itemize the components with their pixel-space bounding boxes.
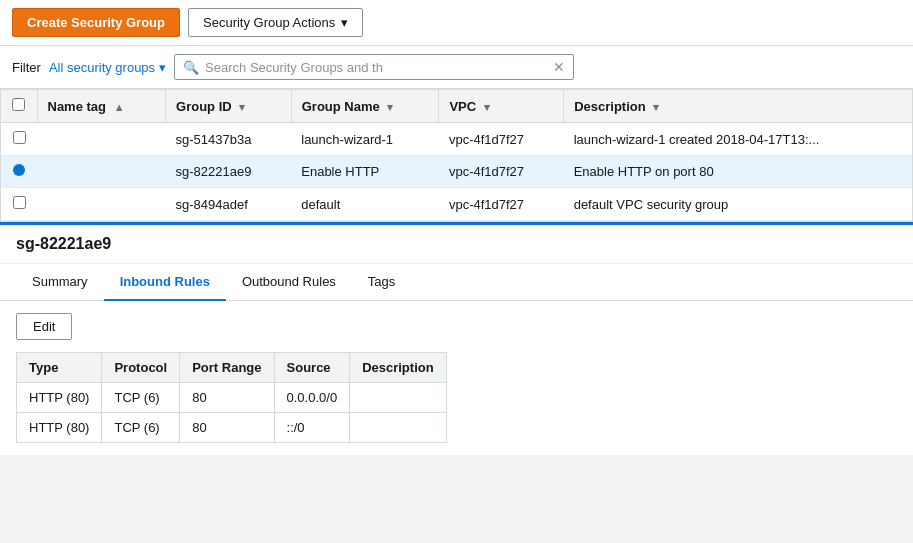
- edit-rules-button[interactable]: Edit: [16, 313, 72, 340]
- cell-vpc: vpc-4f1d7f27: [439, 123, 564, 156]
- actions-chevron-icon: ▾: [341, 15, 348, 30]
- rule-cell-description: [350, 413, 447, 443]
- cell-group-name: launch-wizard-1: [291, 123, 439, 156]
- rule-cell-type: HTTP (80): [17, 413, 102, 443]
- row-selected-indicator: [13, 164, 25, 176]
- tab-summary-label: Summary: [32, 274, 88, 289]
- tab-outbound-rules[interactable]: Outbound Rules: [226, 264, 352, 301]
- col-header-group-id[interactable]: Group ID ▾: [166, 90, 292, 123]
- security-groups-table-container: Name tag ▲ Group ID ▾ Group Name ▾ VPC ▾…: [0, 89, 913, 222]
- col-group-name-filter-icon: ▾: [387, 101, 393, 113]
- detail-panel: sg-82221ae9 Summary Inbound Rules Outbou…: [0, 222, 913, 455]
- cell-description: Enable HTTP on port 80: [564, 156, 912, 188]
- cell-group-id: sg-8494adef: [166, 188, 292, 221]
- col-header-description[interactable]: Description ▾: [564, 90, 912, 123]
- col-group-id-label: Group ID: [176, 99, 232, 114]
- cell-group-name: default: [291, 188, 439, 221]
- col-group-name-label: Group Name: [302, 99, 380, 114]
- rules-container: Edit Type Protocol Port Range Source: [0, 301, 913, 455]
- search-clear-button[interactable]: ✕: [553, 59, 565, 75]
- toolbar: Create Security Group Security Group Act…: [0, 0, 913, 46]
- rules-body: HTTP (80)TCP (6)800.0.0.0/0HTTP (80)TCP …: [17, 383, 447, 443]
- filter-dropdown-label: All security groups: [49, 60, 155, 75]
- rules-col-source: Source: [274, 353, 350, 383]
- filter-label: Filter: [12, 60, 41, 75]
- row-checkbox-cell: [1, 188, 37, 221]
- cell-name-tag: [37, 188, 166, 221]
- rule-cell-description: [350, 383, 447, 413]
- tabs-container: Summary Inbound Rules Outbound Rules Tag…: [0, 264, 913, 301]
- search-icon: 🔍: [183, 60, 199, 75]
- row-checkbox[interactable]: [13, 196, 26, 209]
- cell-name-tag: [37, 156, 166, 188]
- table-row[interactable]: sg-8494adefdefaultvpc-4f1d7f27default VP…: [1, 188, 912, 221]
- detail-group-id: sg-82221ae9: [16, 235, 111, 252]
- tab-inbound-rules[interactable]: Inbound Rules: [104, 264, 226, 301]
- filter-dropdown-button[interactable]: All security groups ▾: [49, 60, 166, 75]
- row-checkbox-cell: [1, 156, 37, 188]
- rule-row: HTTP (80)TCP (6)800.0.0.0/0: [17, 383, 447, 413]
- rule-cell-source: ::/0: [274, 413, 350, 443]
- cell-group-id: sg-51437b3a: [166, 123, 292, 156]
- rule-cell-port-range: 80: [180, 413, 274, 443]
- rules-col-description: Description: [350, 353, 447, 383]
- rules-col-port-range: Port Range: [180, 353, 274, 383]
- select-all-checkbox-header[interactable]: [1, 90, 37, 123]
- security-group-actions-button[interactable]: Security Group Actions ▾: [188, 8, 363, 37]
- table-body: sg-51437b3alaunch-wizard-1vpc-4f1d7f27la…: [1, 123, 912, 221]
- col-header-group-name[interactable]: Group Name ▾: [291, 90, 439, 123]
- col-vpc-label: VPC: [449, 99, 476, 114]
- cell-description: default VPC security group: [564, 188, 912, 221]
- row-checkbox[interactable]: [13, 131, 26, 144]
- tab-inbound-rules-label: Inbound Rules: [120, 274, 210, 289]
- search-box: 🔍 ✕: [174, 54, 574, 80]
- table-header-row: Name tag ▲ Group ID ▾ Group Name ▾ VPC ▾…: [1, 90, 912, 123]
- sort-icon: ▲: [114, 101, 125, 113]
- col-description-label: Description: [574, 99, 646, 114]
- inbound-rules-table: Type Protocol Port Range Source Descript…: [16, 352, 447, 443]
- tab-tags[interactable]: Tags: [352, 264, 411, 301]
- col-vpc-filter-icon: ▾: [484, 101, 490, 113]
- col-header-vpc[interactable]: VPC ▾: [439, 90, 564, 123]
- cell-vpc: vpc-4f1d7f27: [439, 188, 564, 221]
- tab-outbound-rules-label: Outbound Rules: [242, 274, 336, 289]
- select-all-checkbox[interactable]: [12, 98, 25, 111]
- create-security-group-button[interactable]: Create Security Group: [12, 8, 180, 37]
- filter-dropdown-chevron-icon: ▾: [159, 60, 166, 75]
- col-header-name-tag[interactable]: Name tag ▲: [37, 90, 166, 123]
- rule-cell-protocol: TCP (6): [102, 383, 180, 413]
- table-row[interactable]: sg-51437b3alaunch-wizard-1vpc-4f1d7f27la…: [1, 123, 912, 156]
- table-row[interactable]: sg-82221ae9Enable HTTPvpc-4f1d7f27Enable…: [1, 156, 912, 188]
- cell-group-id: sg-82221ae9: [166, 156, 292, 188]
- row-checkbox-cell: [1, 123, 37, 156]
- search-input[interactable]: [205, 60, 547, 75]
- tab-summary[interactable]: Summary: [16, 264, 104, 301]
- rule-cell-protocol: TCP (6): [102, 413, 180, 443]
- cell-name-tag: [37, 123, 166, 156]
- rule-cell-type: HTTP (80): [17, 383, 102, 413]
- rules-header-row: Type Protocol Port Range Source Descript…: [17, 353, 447, 383]
- col-group-id-filter-icon: ▾: [239, 101, 245, 113]
- cell-group-name: Enable HTTP: [291, 156, 439, 188]
- actions-label: Security Group Actions: [203, 15, 335, 30]
- filter-bar: Filter All security groups ▾ 🔍 ✕: [0, 46, 913, 89]
- rules-col-protocol: Protocol: [102, 353, 180, 383]
- rule-cell-port-range: 80: [180, 383, 274, 413]
- rule-cell-source: 0.0.0.0/0: [274, 383, 350, 413]
- col-name-tag-label: Name tag: [48, 99, 107, 114]
- tab-tags-label: Tags: [368, 274, 395, 289]
- security-groups-table: Name tag ▲ Group ID ▾ Group Name ▾ VPC ▾…: [1, 90, 912, 221]
- detail-header: sg-82221ae9: [0, 225, 913, 264]
- rule-row: HTTP (80)TCP (6)80::/0: [17, 413, 447, 443]
- rules-col-type: Type: [17, 353, 102, 383]
- col-description-filter-icon: ▾: [653, 101, 659, 113]
- cell-description: launch-wizard-1 created 2018-04-17T13:..…: [564, 123, 912, 156]
- cell-vpc: vpc-4f1d7f27: [439, 156, 564, 188]
